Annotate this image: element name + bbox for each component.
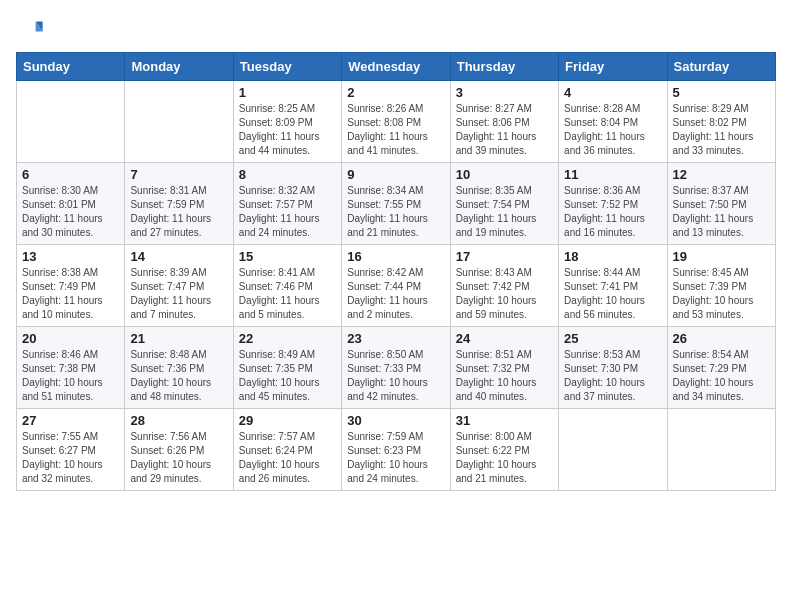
day-info: Sunrise: 8:30 AM Sunset: 8:01 PM Dayligh…	[22, 184, 119, 240]
day-number: 17	[456, 249, 553, 264]
calendar-cell: 20Sunrise: 8:46 AM Sunset: 7:38 PM Dayli…	[17, 327, 125, 409]
day-number: 16	[347, 249, 444, 264]
page-header	[16, 16, 776, 44]
calendar-week-row-5: 27Sunrise: 7:55 AM Sunset: 6:27 PM Dayli…	[17, 409, 776, 491]
calendar-cell: 11Sunrise: 8:36 AM Sunset: 7:52 PM Dayli…	[559, 163, 667, 245]
calendar-cell: 3Sunrise: 8:27 AM Sunset: 8:06 PM Daylig…	[450, 81, 558, 163]
calendar-cell: 30Sunrise: 7:59 AM Sunset: 6:23 PM Dayli…	[342, 409, 450, 491]
calendar-cell: 19Sunrise: 8:45 AM Sunset: 7:39 PM Dayli…	[667, 245, 775, 327]
day-info: Sunrise: 8:28 AM Sunset: 8:04 PM Dayligh…	[564, 102, 661, 158]
day-number: 24	[456, 331, 553, 346]
calendar-cell: 17Sunrise: 8:43 AM Sunset: 7:42 PM Dayli…	[450, 245, 558, 327]
weekday-header-thursday: Thursday	[450, 53, 558, 81]
calendar-cell: 8Sunrise: 8:32 AM Sunset: 7:57 PM Daylig…	[233, 163, 341, 245]
weekday-header-sunday: Sunday	[17, 53, 125, 81]
day-number: 31	[456, 413, 553, 428]
day-info: Sunrise: 8:36 AM Sunset: 7:52 PM Dayligh…	[564, 184, 661, 240]
day-info: Sunrise: 8:37 AM Sunset: 7:50 PM Dayligh…	[673, 184, 770, 240]
day-number: 7	[130, 167, 227, 182]
day-info: Sunrise: 8:42 AM Sunset: 7:44 PM Dayligh…	[347, 266, 444, 322]
day-info: Sunrise: 7:56 AM Sunset: 6:26 PM Dayligh…	[130, 430, 227, 486]
calendar-cell: 31Sunrise: 8:00 AM Sunset: 6:22 PM Dayli…	[450, 409, 558, 491]
day-number: 23	[347, 331, 444, 346]
day-info: Sunrise: 7:55 AM Sunset: 6:27 PM Dayligh…	[22, 430, 119, 486]
calendar-cell: 2Sunrise: 8:26 AM Sunset: 8:08 PM Daylig…	[342, 81, 450, 163]
day-number: 13	[22, 249, 119, 264]
day-number: 9	[347, 167, 444, 182]
weekday-header-saturday: Saturday	[667, 53, 775, 81]
day-number: 30	[347, 413, 444, 428]
day-number: 11	[564, 167, 661, 182]
day-number: 21	[130, 331, 227, 346]
calendar-cell: 22Sunrise: 8:49 AM Sunset: 7:35 PM Dayli…	[233, 327, 341, 409]
day-number: 28	[130, 413, 227, 428]
day-number: 10	[456, 167, 553, 182]
calendar-cell	[559, 409, 667, 491]
day-number: 5	[673, 85, 770, 100]
weekday-header-tuesday: Tuesday	[233, 53, 341, 81]
calendar-cell: 23Sunrise: 8:50 AM Sunset: 7:33 PM Dayli…	[342, 327, 450, 409]
calendar-cell: 1Sunrise: 8:25 AM Sunset: 8:09 PM Daylig…	[233, 81, 341, 163]
calendar-cell: 25Sunrise: 8:53 AM Sunset: 7:30 PM Dayli…	[559, 327, 667, 409]
day-number: 22	[239, 331, 336, 346]
day-info: Sunrise: 8:54 AM Sunset: 7:29 PM Dayligh…	[673, 348, 770, 404]
calendar-cell: 10Sunrise: 8:35 AM Sunset: 7:54 PM Dayli…	[450, 163, 558, 245]
weekday-header-friday: Friday	[559, 53, 667, 81]
calendar-cell: 16Sunrise: 8:42 AM Sunset: 7:44 PM Dayli…	[342, 245, 450, 327]
day-number: 2	[347, 85, 444, 100]
calendar-cell	[125, 81, 233, 163]
day-info: Sunrise: 8:29 AM Sunset: 8:02 PM Dayligh…	[673, 102, 770, 158]
calendar-cell: 15Sunrise: 8:41 AM Sunset: 7:46 PM Dayli…	[233, 245, 341, 327]
day-info: Sunrise: 7:57 AM Sunset: 6:24 PM Dayligh…	[239, 430, 336, 486]
calendar-cell: 13Sunrise: 8:38 AM Sunset: 7:49 PM Dayli…	[17, 245, 125, 327]
day-number: 18	[564, 249, 661, 264]
day-number: 25	[564, 331, 661, 346]
day-number: 1	[239, 85, 336, 100]
day-info: Sunrise: 8:50 AM Sunset: 7:33 PM Dayligh…	[347, 348, 444, 404]
calendar-week-row-3: 13Sunrise: 8:38 AM Sunset: 7:49 PM Dayli…	[17, 245, 776, 327]
day-number: 14	[130, 249, 227, 264]
logo	[16, 16, 48, 44]
weekday-header-monday: Monday	[125, 53, 233, 81]
day-info: Sunrise: 8:26 AM Sunset: 8:08 PM Dayligh…	[347, 102, 444, 158]
weekday-header-wednesday: Wednesday	[342, 53, 450, 81]
calendar-cell: 21Sunrise: 8:48 AM Sunset: 7:36 PM Dayli…	[125, 327, 233, 409]
calendar-cell: 14Sunrise: 8:39 AM Sunset: 7:47 PM Dayli…	[125, 245, 233, 327]
day-info: Sunrise: 8:39 AM Sunset: 7:47 PM Dayligh…	[130, 266, 227, 322]
day-number: 8	[239, 167, 336, 182]
day-info: Sunrise: 8:44 AM Sunset: 7:41 PM Dayligh…	[564, 266, 661, 322]
day-info: Sunrise: 8:25 AM Sunset: 8:09 PM Dayligh…	[239, 102, 336, 158]
calendar-cell	[667, 409, 775, 491]
weekday-header-row: SundayMondayTuesdayWednesdayThursdayFrid…	[17, 53, 776, 81]
day-number: 19	[673, 249, 770, 264]
calendar-cell	[17, 81, 125, 163]
day-number: 26	[673, 331, 770, 346]
day-info: Sunrise: 8:45 AM Sunset: 7:39 PM Dayligh…	[673, 266, 770, 322]
day-info: Sunrise: 8:32 AM Sunset: 7:57 PM Dayligh…	[239, 184, 336, 240]
day-info: Sunrise: 8:43 AM Sunset: 7:42 PM Dayligh…	[456, 266, 553, 322]
day-number: 27	[22, 413, 119, 428]
calendar-cell: 12Sunrise: 8:37 AM Sunset: 7:50 PM Dayli…	[667, 163, 775, 245]
calendar-cell: 18Sunrise: 8:44 AM Sunset: 7:41 PM Dayli…	[559, 245, 667, 327]
day-info: Sunrise: 8:53 AM Sunset: 7:30 PM Dayligh…	[564, 348, 661, 404]
day-info: Sunrise: 8:34 AM Sunset: 7:55 PM Dayligh…	[347, 184, 444, 240]
logo-icon	[16, 16, 44, 44]
day-number: 3	[456, 85, 553, 100]
day-info: Sunrise: 7:59 AM Sunset: 6:23 PM Dayligh…	[347, 430, 444, 486]
day-number: 12	[673, 167, 770, 182]
day-info: Sunrise: 8:38 AM Sunset: 7:49 PM Dayligh…	[22, 266, 119, 322]
calendar-cell: 28Sunrise: 7:56 AM Sunset: 6:26 PM Dayli…	[125, 409, 233, 491]
day-number: 4	[564, 85, 661, 100]
calendar-cell: 26Sunrise: 8:54 AM Sunset: 7:29 PM Dayli…	[667, 327, 775, 409]
day-number: 20	[22, 331, 119, 346]
day-info: Sunrise: 8:49 AM Sunset: 7:35 PM Dayligh…	[239, 348, 336, 404]
day-info: Sunrise: 8:27 AM Sunset: 8:06 PM Dayligh…	[456, 102, 553, 158]
day-info: Sunrise: 8:41 AM Sunset: 7:46 PM Dayligh…	[239, 266, 336, 322]
day-info: Sunrise: 8:31 AM Sunset: 7:59 PM Dayligh…	[130, 184, 227, 240]
calendar-cell: 5Sunrise: 8:29 AM Sunset: 8:02 PM Daylig…	[667, 81, 775, 163]
day-info: Sunrise: 8:00 AM Sunset: 6:22 PM Dayligh…	[456, 430, 553, 486]
calendar-cell: 27Sunrise: 7:55 AM Sunset: 6:27 PM Dayli…	[17, 409, 125, 491]
day-info: Sunrise: 8:51 AM Sunset: 7:32 PM Dayligh…	[456, 348, 553, 404]
calendar-cell: 29Sunrise: 7:57 AM Sunset: 6:24 PM Dayli…	[233, 409, 341, 491]
calendar-week-row-1: 1Sunrise: 8:25 AM Sunset: 8:09 PM Daylig…	[17, 81, 776, 163]
